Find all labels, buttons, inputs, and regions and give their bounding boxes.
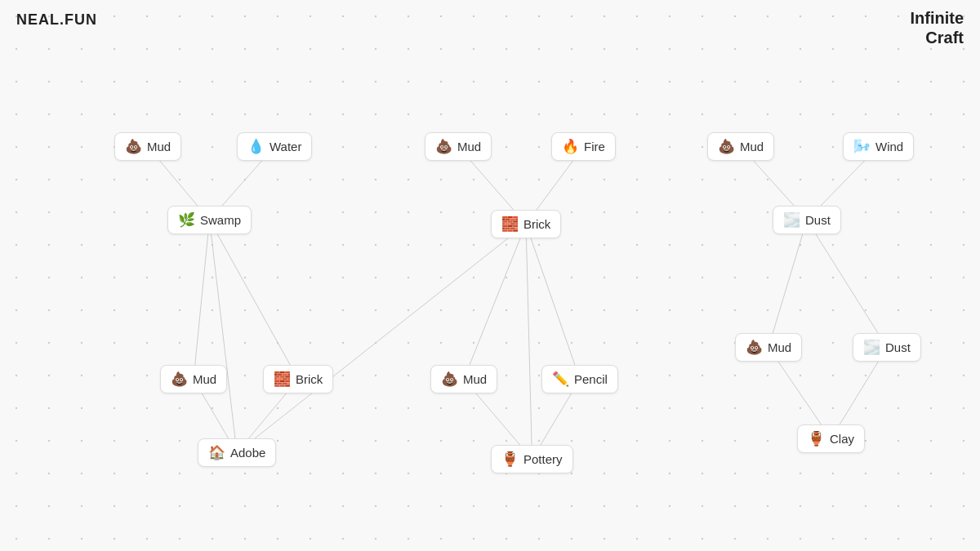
connection-line xyxy=(194,220,210,380)
svg-rect-1 xyxy=(0,0,980,551)
node-swamp1[interactable]: 🌿Swamp xyxy=(167,206,252,234)
node-pencil1[interactable]: ✏️Pencil xyxy=(541,365,618,393)
connection-line xyxy=(526,224,580,380)
logo-infinite: Infinite Craft xyxy=(910,8,964,47)
connection-line xyxy=(768,220,807,348)
connection-line xyxy=(807,220,887,348)
node-brick2[interactable]: 🧱Brick xyxy=(263,365,333,393)
node-clay1[interactable]: 🏺Clay xyxy=(797,424,865,453)
node-mud2[interactable]: 💩Mud xyxy=(425,132,492,161)
connection-line xyxy=(210,220,299,380)
node-dust2[interactable]: 🌫️Dust xyxy=(853,333,921,362)
node-pottery1[interactable]: 🏺Pottery xyxy=(491,445,573,473)
logo-neal: NEAL.FUN xyxy=(16,11,97,29)
node-mud6[interactable]: 💩Mud xyxy=(735,333,802,362)
node-brick1[interactable]: 🧱Brick xyxy=(491,210,561,238)
connection-line xyxy=(237,224,526,453)
node-water1[interactable]: 💧Water xyxy=(237,132,312,161)
node-wind1[interactable]: 🌬️Wind xyxy=(843,132,914,161)
node-mud1[interactable]: 💩Mud xyxy=(114,132,181,161)
node-adobe1[interactable]: 🏠Adobe xyxy=(198,438,276,467)
node-dust1[interactable]: 🌫️Dust xyxy=(773,206,841,234)
node-mud5[interactable]: 💩Mud xyxy=(430,365,497,393)
connection-line xyxy=(464,224,526,380)
connection-line xyxy=(210,220,238,453)
node-mud3[interactable]: 💩Mud xyxy=(707,132,774,161)
node-fire1[interactable]: 🔥Fire xyxy=(551,132,616,161)
connection-line xyxy=(526,224,532,460)
node-mud4[interactable]: 💩Mud xyxy=(160,365,227,393)
